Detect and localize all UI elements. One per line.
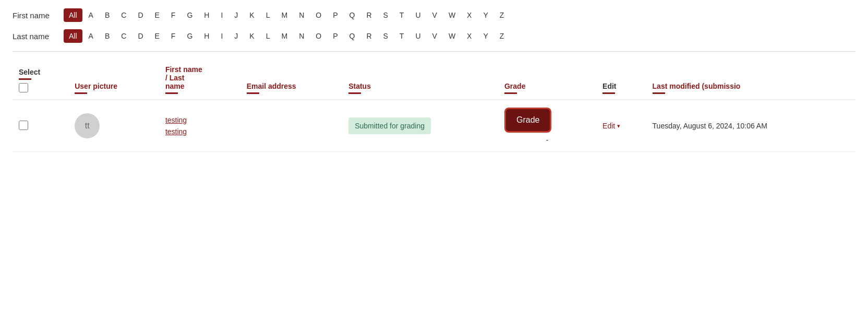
last-name-filter-buttons: All A B C D E F G H I J K L M N O P Q R … [64, 29, 509, 43]
grade-dash: - [504, 136, 590, 144]
first-name-filter-v[interactable]: V [427, 8, 442, 22]
sort-line-select [19, 78, 31, 80]
first-name-filter-z[interactable]: Z [495, 8, 510, 22]
last-name-filter-n[interactable]: N [294, 29, 309, 43]
last-name-filter-h[interactable]: H [199, 29, 214, 43]
first-name-filter-r[interactable]: R [361, 8, 377, 22]
last-name-filter-d[interactable]: D [132, 29, 148, 43]
first-name-filter-s[interactable]: S [378, 8, 393, 22]
table-row: tt testing testing Submitted for grading… [13, 100, 855, 152]
first-name-filter-h[interactable]: H [199, 8, 214, 22]
first-name-filter-n[interactable]: N [294, 8, 309, 22]
status-badge: Submitted for grading [348, 117, 431, 134]
first-name-filter-row: First name All A B C D E F G H I J K L M… [13, 8, 855, 22]
last-name-filter-g[interactable]: G [182, 29, 198, 43]
cell-avatar: tt [68, 100, 159, 152]
last-name-filter-k[interactable]: K [244, 29, 259, 43]
last-name-filter-v[interactable]: V [427, 29, 442, 43]
last-name-filter-row: Last name All A B C D E F G H I J K L M … [13, 29, 855, 43]
col-email: Email address [240, 60, 342, 100]
sort-line-last-modified [653, 92, 665, 94]
cell-status: Submitted for grading [342, 100, 498, 152]
last-name-filter-w[interactable]: W [443, 29, 461, 43]
first-name-filter-x[interactable]: X [462, 8, 477, 22]
chevron-down-icon: ▾ [617, 123, 620, 129]
first-name-filter-i[interactable]: I [215, 8, 228, 22]
section-divider [13, 51, 855, 52]
sort-line-name [165, 92, 178, 94]
last-name-filter-p[interactable]: P [328, 29, 343, 43]
last-name-filter-f[interactable]: F [166, 29, 181, 43]
first-name-filter-l[interactable]: L [261, 8, 275, 22]
last-name-filter-y[interactable]: Y [478, 29, 493, 43]
sort-line-grade [504, 92, 517, 94]
cell-select [13, 100, 68, 152]
last-name-filter-o[interactable]: O [310, 29, 327, 43]
last-name-filter-c[interactable]: C [116, 29, 131, 43]
first-name-filter-j[interactable]: J [229, 8, 243, 22]
last-name-filter-i[interactable]: I [215, 29, 228, 43]
first-name-filter-t[interactable]: T [394, 8, 409, 22]
cell-grade: Grade - [498, 100, 596, 152]
col-last-modified-label: Last modified (submissio [653, 82, 741, 90]
edit-button[interactable]: Edit ▾ [602, 122, 620, 130]
first-name-filter-b[interactable]: B [100, 8, 115, 22]
select-all-checkbox[interactable] [19, 83, 28, 92]
last-name-filter-a[interactable]: A [83, 29, 99, 43]
user-last-name-link[interactable]: testing [165, 126, 234, 137]
first-name-filter-q[interactable]: Q [344, 8, 360, 22]
col-grade: Grade [498, 60, 596, 100]
last-name-filter-e[interactable]: E [150, 29, 165, 43]
first-name-filter-y[interactable]: Y [478, 8, 493, 22]
col-name: First name / Last name [159, 60, 240, 100]
first-name-filter-p[interactable]: P [328, 8, 343, 22]
cell-email [240, 100, 342, 152]
first-name-filter-u[interactable]: U [410, 8, 426, 22]
first-name-filter-buttons: All A B C D E F G H I J K L M N O P Q R … [64, 8, 509, 22]
last-name-filter-s[interactable]: S [378, 29, 393, 43]
user-first-name-link[interactable]: testing [165, 114, 234, 126]
first-name-filter-m[interactable]: M [276, 8, 293, 22]
first-name-filter-o[interactable]: O [310, 8, 327, 22]
avatar: tt [75, 113, 100, 138]
last-name-filter-l[interactable]: L [261, 29, 275, 43]
last-name-filter-m[interactable]: M [276, 29, 293, 43]
first-name-label: First name [13, 11, 59, 20]
last-name-filter-r[interactable]: R [361, 29, 377, 43]
col-user-picture: User picture [68, 60, 159, 100]
last-name-filter-q[interactable]: Q [344, 29, 360, 43]
col-last-modified: Last modified (submissio [646, 60, 855, 100]
sort-line-edit [602, 92, 615, 94]
last-name-filter-j[interactable]: J [229, 29, 243, 43]
sort-line-status [348, 92, 361, 94]
first-name-filter-c[interactable]: C [116, 8, 131, 22]
first-name-filter-d[interactable]: D [132, 8, 148, 22]
first-name-filter-e[interactable]: E [150, 8, 165, 22]
last-name-filter-all[interactable]: All [64, 29, 82, 43]
grade-button[interactable]: Grade [504, 108, 551, 133]
last-name-filter-b[interactable]: B [100, 29, 115, 43]
col-name-label: First name / Last name [165, 65, 202, 90]
col-select: Select [13, 60, 68, 100]
last-name-filter-u[interactable]: U [410, 29, 426, 43]
sort-line-user-picture [75, 92, 87, 94]
cell-name: testing testing [159, 100, 240, 152]
last-name-filter-z[interactable]: Z [495, 29, 510, 43]
last-name-filter-x[interactable]: X [462, 29, 477, 43]
submissions-table: Select User picture First name / Last na… [13, 60, 855, 152]
first-name-filter-all[interactable]: All [64, 8, 82, 22]
last-name-label: Last name [13, 32, 59, 41]
first-name-filter-w[interactable]: W [443, 8, 461, 22]
first-name-filter-k[interactable]: K [244, 8, 259, 22]
cell-edit: Edit ▾ [596, 100, 646, 152]
table-header-row: Select User picture First name / Last na… [13, 60, 855, 100]
col-edit: Edit [596, 60, 646, 100]
row-checkbox[interactable] [19, 121, 28, 130]
first-name-filter-f[interactable]: F [166, 8, 181, 22]
sort-line-email [247, 92, 259, 94]
first-name-filter-g[interactable]: G [182, 8, 198, 22]
col-status: Status [342, 60, 498, 100]
last-name-filter-t[interactable]: T [394, 29, 409, 43]
first-name-filter-a[interactable]: A [83, 8, 99, 22]
cell-last-modified: Tuesday, August 6, 2024, 10:06 AM [646, 100, 855, 152]
